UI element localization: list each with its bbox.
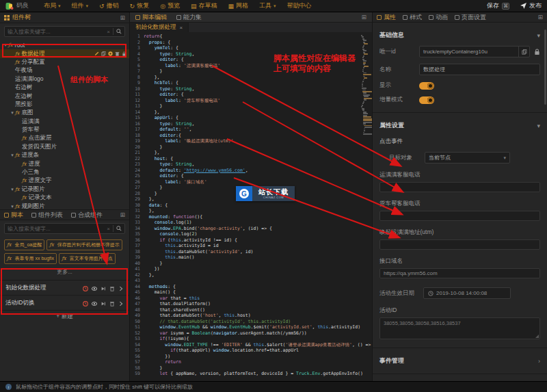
tree-search-input[interactable] xyxy=(8,29,104,35)
menu-网格[interactable]: ▦网格 xyxy=(228,1,249,10)
script-chip[interactable]: ƒx富文本专用图片埋点 xyxy=(59,253,116,264)
new-script-button[interactable]: + 新建 xyxy=(0,311,129,323)
tree-item-进度[interactable]: ƒx进度 xyxy=(0,159,129,168)
target-object-select[interactable]: 当前节点 ▾ xyxy=(425,152,510,164)
lock-button[interactable] xyxy=(534,49,540,55)
expand-icon[interactable]: ⊞ xyxy=(361,14,366,21)
timer-icon[interactable] xyxy=(83,297,88,309)
lock-icon[interactable] xyxy=(122,51,126,56)
more-link[interactable]: 更多... xyxy=(0,268,129,276)
trash-icon[interactable] xyxy=(109,297,115,309)
field-input-运满满客服电话[interactable] xyxy=(379,182,540,192)
app-logo[interactable]: 码良 xyxy=(5,1,29,10)
tree-item-数据处理[interactable]: ƒx数据处理 xyxy=(0,49,129,57)
scrollbar-thumb[interactable] xyxy=(544,29,546,105)
tab-样式[interactable]: 样式 xyxy=(403,13,422,22)
menu-帮助中心[interactable]: 帮助中心 xyxy=(287,1,312,10)
chevron-down-icon[interactable]: ▾ xyxy=(10,153,15,158)
name-input[interactable] xyxy=(419,64,540,75)
tree-item-底图[interactable]: ▾ƒx底图 xyxy=(0,109,129,117)
tree-item-右边树[interactable]: 右边树 xyxy=(0,83,129,92)
editor-tab-能力集[interactable]: 能力集 xyxy=(176,13,202,22)
menu-恢复[interactable]: ↻恢复 xyxy=(130,1,150,10)
menu-预览[interactable]: ◎预览 xyxy=(160,1,180,10)
chevron-right-icon[interactable] xyxy=(118,297,124,309)
tree-item-货车帮[interactable]: 货车帮 xyxy=(0,126,129,134)
script-chip[interactable]: ƒx保存图片到手机相册不弹提示 xyxy=(46,239,122,250)
menu-组件[interactable]: 组件▾ xyxy=(72,1,89,10)
tree-item-进度条[interactable]: ▾ƒx进度条 xyxy=(0,151,129,159)
trash-icon[interactable] xyxy=(109,282,115,294)
tree-item-小三角[interactable]: 小三角 xyxy=(0,168,129,177)
file-tab[interactable]: 初始化数据处理 × xyxy=(130,23,189,32)
script-chip[interactable]: ƒx全局_oa提醒 xyxy=(4,239,44,250)
tree-item-记录图片[interactable]: ▾ƒx记录图片 xyxy=(0,185,129,194)
tree-item-黑投影[interactable]: 黑投影 xyxy=(0,101,129,109)
menu-布局[interactable]: 布局▾ xyxy=(44,1,61,10)
field-input-接口域名[interactable]: https://qa.ymm56.com xyxy=(379,268,540,278)
tab-动画[interactable]: 动画 xyxy=(429,13,448,22)
clear-icon[interactable]: × xyxy=(107,29,110,35)
tree-item-进度文字[interactable]: ƒx进度文字 xyxy=(0,177,129,185)
tree-item-运满满[interactable]: 运满满 xyxy=(0,118,129,126)
search-icon[interactable] xyxy=(116,226,122,231)
minimap[interactable] xyxy=(361,35,371,135)
close-icon[interactable]: × xyxy=(180,25,183,31)
section-basic-info[interactable]: 基础信息 ▾ xyxy=(379,31,540,40)
tab-页面设置[interactable]: 页面设置 xyxy=(455,13,486,22)
chevron-down-icon[interactable]: ▾ xyxy=(537,122,540,129)
chevron-right-icon[interactable] xyxy=(118,282,124,294)
activity-id-textarea[interactable]: 38055,38056,38058,38516,38537 xyxy=(379,317,540,339)
script-chip[interactable]: ƒx表单专用 xx bugfix xyxy=(4,253,57,264)
field-input-货车帮客服电话[interactable] xyxy=(379,211,540,221)
show-toggle[interactable] xyxy=(419,82,434,90)
menu-撤销[interactable]: ↺撤销 xyxy=(99,1,119,10)
unique-id-field[interactable]: truck/emptyContainerg10u xyxy=(419,46,530,57)
chevron-down-icon[interactable]: ▾ xyxy=(537,32,540,39)
tab-属性[interactable]: 属性 xyxy=(377,13,396,22)
field-input-唤起运满满地址(utm)[interactable] xyxy=(379,239,540,250)
section-event-manage[interactable]: 事件管理 › xyxy=(379,356,540,365)
tab-脚本[interactable]: 脚本 xyxy=(4,211,23,220)
expand-icon[interactable]: ⊞ xyxy=(537,14,543,21)
menu-存草稿[interactable]: ▤存草稿 xyxy=(191,1,217,10)
script-row[interactable]: 初始化数据处理 xyxy=(0,280,129,296)
edit-icon[interactable] xyxy=(94,51,99,56)
chevron-right-icon[interactable]: › xyxy=(538,358,540,365)
collapse-panel-icon[interactable]: ⊞ xyxy=(120,14,125,21)
eye-icon[interactable] xyxy=(108,51,113,56)
tab-合成组件[interactable]: 合成组件 xyxy=(71,211,103,220)
chevron-down-icon[interactable]: ▾ xyxy=(10,187,15,192)
section-prop-settings[interactable]: 属性设置 ▾ xyxy=(379,121,540,130)
publish-button[interactable]: 发布 xyxy=(520,1,542,10)
clear-icon[interactable]: × xyxy=(107,226,110,232)
save-button[interactable]: 保存 ⌘ xyxy=(487,1,509,10)
menu-工具[interactable]: 工具▾ xyxy=(259,1,276,10)
eye-icon[interactable] xyxy=(92,297,97,309)
tree-item-午夜场[interactable]: 午夜场 xyxy=(0,66,129,75)
editor-tab-脚本编辑[interactable]: 脚本编辑 xyxy=(135,13,167,22)
tree-item-分享配置[interactable]: ƒx分享配置 xyxy=(0,58,129,66)
copy-icon[interactable] xyxy=(101,51,106,56)
tree-item-root[interactable]: ▾ƒxroot xyxy=(0,41,129,49)
copy-button[interactable] xyxy=(518,47,529,57)
tree-item-记录文本[interactable]: ƒx记录文本 xyxy=(0,194,129,202)
tab-组件列表[interactable]: 组件列表 xyxy=(31,211,63,220)
script-row[interactable]: 活动ID切换 xyxy=(0,296,129,311)
script-search-input[interactable] xyxy=(8,226,104,232)
tree-item-规则图片[interactable]: ▾ƒx规则图片 xyxy=(0,202,129,209)
debug-icon[interactable] xyxy=(101,297,106,309)
debug-icon[interactable] xyxy=(101,282,106,294)
eye-icon[interactable] xyxy=(92,282,97,294)
chevron-down-icon[interactable]: ▾ xyxy=(10,110,15,116)
tree-item-左边树[interactable]: 左边树 xyxy=(0,92,129,100)
trash-icon[interactable] xyxy=(115,51,120,56)
chevron-down-icon[interactable]: ▾ xyxy=(10,204,15,209)
active-date-input[interactable]: 2019-10-08 14:00:08 xyxy=(423,287,511,299)
expand-icon[interactable]: ⊞ xyxy=(120,211,125,218)
tree-item-运满满logo[interactable]: 运满满logo xyxy=(0,75,129,83)
tree-item-点击蒙层[interactable]: ƒx点击蒙层 xyxy=(0,134,129,142)
timer-icon[interactable] xyxy=(83,282,88,294)
search-icon[interactable] xyxy=(116,29,122,34)
tree-item-发货四天图片[interactable]: 发货四天图片 xyxy=(0,143,129,151)
